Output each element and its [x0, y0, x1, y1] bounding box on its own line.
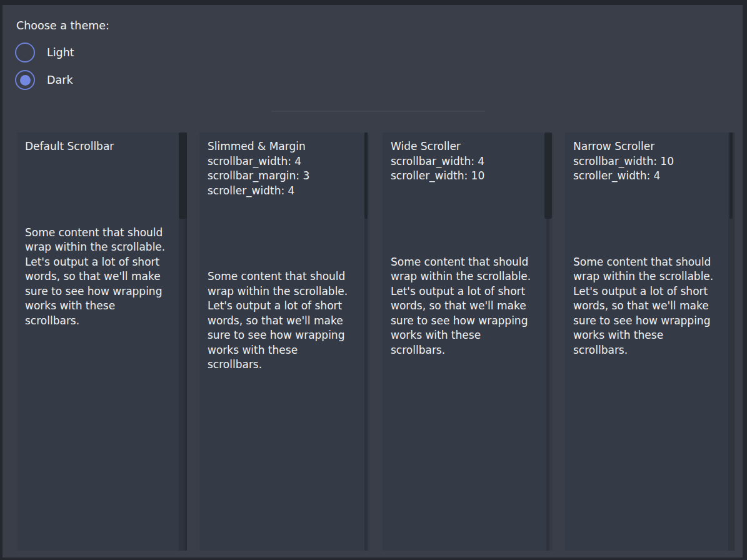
config-line: scroller_width: 10: [391, 169, 538, 184]
scrollbar-thumb[interactable]: [364, 132, 368, 219]
panel-body: Narrow Scroller scrollbar_width: 10 scro…: [565, 132, 735, 358]
panel-content-text: Some content that should wrap within the…: [25, 226, 172, 329]
theme-chooser-label: Choose a theme:: [16, 19, 109, 32]
radio-button-icon[interactable]: [15, 42, 35, 62]
panel-title: Wide Scroller: [391, 139, 538, 154]
scrollable-narrow-scroller[interactable]: Narrow Scroller scrollbar_width: 10 scro…: [565, 132, 735, 551]
scrollbar-thumb[interactable]: [729, 132, 733, 219]
config-line: scrollbar_width: 4: [391, 154, 538, 169]
panel-content-text: Some content that should wrap within the…: [208, 269, 354, 372]
page-background: Choose a theme: Light Dark Default Scrol…: [3, 5, 743, 558]
scrollbar-thumb[interactable]: [179, 132, 187, 219]
panel-title: Slimmed & Margin: [208, 139, 354, 154]
scrollable-default[interactable]: Default Scrollbar Some content that shou…: [17, 132, 187, 551]
radio-option-light[interactable]: Light: [15, 42, 74, 63]
config-line: scrollbar_width: 4: [208, 154, 354, 169]
panel-body: Wide Scroller scrollbar_width: 4 scrolle…: [383, 132, 553, 358]
config-line: scroller_width: 4: [573, 169, 720, 184]
radio-option-dark[interactable]: Dark: [15, 69, 73, 91]
scrollbar-thumb[interactable]: [544, 132, 552, 219]
config-line: scrollbar_width: 10: [573, 154, 720, 169]
config-line: scroller_width: 4: [208, 184, 354, 199]
panel-body: Default Scrollbar Some content that shou…: [17, 132, 187, 328]
panel-title: Default Scrollbar: [25, 139, 172, 154]
radio-dot-icon: [20, 75, 31, 86]
radio-button-selected-icon[interactable]: [15, 70, 35, 90]
radio-option-label: Light: [47, 46, 74, 59]
panel-body: Slimmed & Margin scrollbar_width: 4 scro…: [199, 132, 369, 372]
horizontal-rule: [271, 111, 485, 112]
config-line: scrollbar_margin: 3: [208, 169, 354, 184]
app-window: Choose a theme: Light Dark Default Scrol…: [0, 0, 747, 560]
panel-title: Narrow Scroller: [573, 139, 720, 154]
panel-content-text: Some content that should wrap within the…: [573, 255, 720, 358]
radio-option-label: Dark: [47, 74, 73, 86]
scrollable-slimmed-margin[interactable]: Slimmed & Margin scrollbar_width: 4 scro…: [199, 132, 369, 551]
scrollable-wide-scroller[interactable]: Wide Scroller scrollbar_width: 4 scrolle…: [383, 132, 553, 551]
panel-content-text: Some content that should wrap within the…: [391, 255, 538, 358]
